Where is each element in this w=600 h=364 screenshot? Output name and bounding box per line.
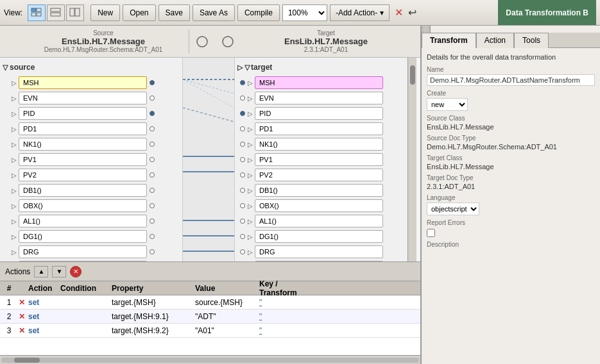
- target-obx-expand[interactable]: ▷: [248, 203, 253, 210]
- target-db1-box[interactable]: DB1(): [255, 184, 383, 197]
- target-pv2-box[interactable]: PV2: [255, 169, 383, 181]
- tab-tools[interactable]: Tools: [514, 33, 549, 48]
- target-msh-box[interactable]: MSH: [255, 76, 383, 89]
- source-obx-box[interactable]: OBX(): [19, 199, 147, 212]
- target-pd1-box[interactable]: PD1: [255, 122, 383, 135]
- source-field-al1[interactable]: ▷ AL1(): [3, 214, 180, 228]
- action-row-2[interactable]: 2 ✕ set target.{MSH:9.1} "ADT" ": [0, 310, 420, 324]
- target-evn-expand[interactable]: ▷: [248, 95, 253, 102]
- msh-expand-icon[interactable]: ▷: [12, 79, 17, 87]
- target-field-db1[interactable]: ▷ DB1(): [237, 183, 405, 197]
- new-button[interactable]: New: [90, 4, 120, 21]
- source-field-nk1[interactable]: ▷ NK1(): [3, 137, 180, 151]
- pid-expand-icon[interactable]: ▷: [12, 110, 17, 117]
- action-down-button[interactable]: ▼: [52, 266, 66, 277]
- create-select[interactable]: newexisting: [427, 98, 468, 111]
- obx-expand-icon[interactable]: ▷: [12, 203, 17, 210]
- target-msh-expand[interactable]: ▷: [248, 79, 253, 87]
- source-db1-box[interactable]: DB1(): [19, 184, 147, 197]
- source-field-obx[interactable]: ▷ OBX(): [3, 199, 180, 213]
- db1-expand-icon[interactable]: ▷: [12, 187, 17, 194]
- source-field-pd1[interactable]: ▷ PD1: [3, 122, 180, 136]
- row2-delete-icon[interactable]: ✕: [19, 312, 25, 321]
- source-evn-box[interactable]: EVN: [19, 92, 147, 104]
- source-nk1-box[interactable]: NK1(): [19, 138, 147, 151]
- source-pid-box[interactable]: PID: [19, 107, 147, 120]
- target-nk1-box[interactable]: NK1(): [255, 138, 383, 151]
- close-button[interactable]: ✕: [395, 6, 403, 19]
- target-field-pr1grp[interactable]: ▷ PR1grp(): [237, 260, 405, 261]
- undo-button[interactable]: ↩: [408, 6, 416, 19]
- source-field-pr1grp[interactable]: ▷ PR1grp(): [3, 260, 180, 261]
- source-drg-box[interactable]: DRG: [19, 245, 147, 258]
- source-pv2-box[interactable]: PV2: [19, 169, 147, 181]
- bottom-scrollbar[interactable]: [0, 355, 420, 364]
- target-expand-arrow[interactable]: ▷: [237, 63, 243, 72]
- hscroll-thumb[interactable]: [14, 358, 40, 363]
- drg-expand-icon[interactable]: ▷: [12, 249, 17, 256]
- target-pr1grp-box[interactable]: PR1grp(): [255, 261, 383, 261]
- target-field-msh[interactable]: ▷ MSH: [237, 76, 405, 90]
- target-db1-expand[interactable]: ▷: [248, 187, 253, 194]
- source-field-dg1[interactable]: ▷ DG1(): [3, 229, 180, 244]
- pv1-expand-icon[interactable]: ▷: [12, 156, 17, 163]
- language-select[interactable]: objectscriptbasic: [427, 203, 479, 215]
- target-pv1-box[interactable]: PV1: [255, 153, 383, 166]
- target-field-nk1[interactable]: ▷ NK1(): [237, 137, 405, 151]
- target-pv1-expand[interactable]: ▷: [248, 156, 253, 163]
- view-btn-1[interactable]: [28, 4, 46, 21]
- target-expand-arrow2[interactable]: ▽: [244, 63, 250, 72]
- row1-keytransform[interactable]: ": [259, 298, 311, 307]
- zoom-select[interactable]: 100%75%150%: [282, 4, 327, 21]
- target-drg-box[interactable]: DRG: [255, 245, 383, 258]
- source-field-drg[interactable]: ▷ DRG: [3, 245, 180, 259]
- target-drg-expand[interactable]: ▷: [248, 249, 253, 256]
- target-pv2-expand[interactable]: ▷: [248, 172, 253, 179]
- tab-action[interactable]: Action: [476, 33, 514, 48]
- compile-button[interactable]: Compile: [237, 4, 280, 21]
- action-row-1[interactable]: 1 ✕ set target.{MSH} source.{MSH} ": [0, 295, 420, 310]
- scrollbar-thumb[interactable]: [410, 65, 415, 85]
- pd1-expand-icon[interactable]: ▷: [12, 126, 17, 133]
- target-field-pv2[interactable]: ▷ PV2: [237, 168, 405, 182]
- source-pr1grp-box[interactable]: PR1grp(): [19, 261, 147, 261]
- row2-del[interactable]: ✕: [15, 312, 28, 321]
- target-field-pv1[interactable]: ▷ PV1: [237, 153, 405, 167]
- target-al1-box[interactable]: AL1(): [255, 215, 383, 228]
- view-btn-2[interactable]: [47, 4, 65, 21]
- source-expand-arrow[interactable]: ▽: [3, 63, 8, 72]
- name-input[interactable]: [427, 74, 595, 86]
- target-field-pid[interactable]: ▷ PID: [237, 106, 405, 120]
- diagram-scrollbar[interactable]: [407, 58, 416, 261]
- open-button[interactable]: Open: [123, 4, 155, 21]
- row3-keytransform[interactable]: ": [259, 326, 311, 335]
- source-al1-box[interactable]: AL1(): [19, 215, 147, 228]
- source-dg1-box[interactable]: DG1(): [19, 230, 147, 243]
- source-pv1-box[interactable]: PV1: [19, 153, 147, 166]
- pv2-expand-icon[interactable]: ▷: [12, 172, 17, 179]
- target-field-evn[interactable]: ▷ EVN: [237, 91, 405, 105]
- source-field-pv1[interactable]: ▷ PV1: [3, 153, 180, 167]
- target-field-al1[interactable]: ▷ AL1(): [237, 214, 405, 228]
- row2-keytransform[interactable]: ": [259, 312, 311, 321]
- target-al1-expand[interactable]: ▷: [248, 218, 253, 225]
- target-nk1-expand[interactable]: ▷: [248, 141, 253, 148]
- row1-delete-icon[interactable]: ✕: [19, 298, 25, 307]
- action-delete-button[interactable]: ✕: [70, 266, 81, 277]
- target-field-pd1[interactable]: ▷ PD1: [237, 122, 405, 136]
- report-errors-checkbox[interactable]: [427, 229, 435, 237]
- evn-expand-icon[interactable]: ▷: [12, 95, 17, 102]
- source-field-db1[interactable]: ▷ DB1(): [3, 183, 180, 197]
- target-pid-expand[interactable]: ▷: [248, 110, 253, 117]
- target-dg1-expand[interactable]: ▷: [248, 233, 253, 240]
- target-pd1-expand[interactable]: ▷: [248, 126, 253, 133]
- source-field-pid[interactable]: ▷ PID: [3, 106, 180, 120]
- source-pd1-box[interactable]: PD1: [19, 122, 147, 135]
- al1-expand-icon[interactable]: ▷: [12, 218, 17, 225]
- row3-delete-icon[interactable]: ✕: [19, 326, 25, 335]
- target-obx-box[interactable]: OBX(): [255, 199, 383, 212]
- saveas-button[interactable]: Save As: [193, 4, 235, 21]
- action-up-button[interactable]: ▲: [34, 266, 48, 277]
- source-field-pv2[interactable]: ▷ PV2: [3, 168, 180, 182]
- panel-grip[interactable]: ⋮⋮: [422, 26, 431, 33]
